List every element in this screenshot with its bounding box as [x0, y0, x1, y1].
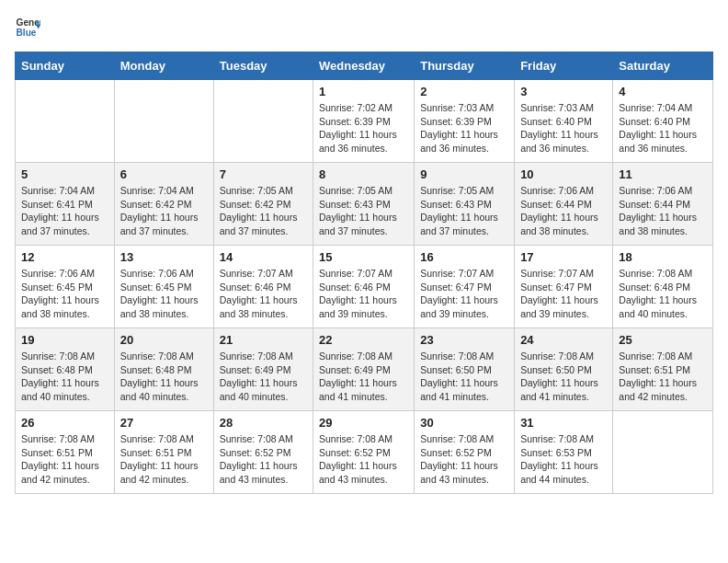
day-info: Sunrise: 7:08 AMSunset: 6:49 PMDaylight:…	[319, 350, 408, 404]
day-number: 21	[220, 333, 307, 347]
weekday-header-tuesday: Tuesday	[213, 52, 313, 80]
calendar-cell: 18Sunrise: 7:08 AMSunset: 6:48 PMDayligh…	[613, 246, 713, 328]
day-number: 4	[619, 85, 707, 98]
day-number: 28	[220, 416, 307, 430]
calendar-cell: 3Sunrise: 7:03 AMSunset: 6:40 PMDaylight…	[515, 80, 613, 163]
day-info: Sunrise: 7:08 AMSunset: 6:48 PMDaylight:…	[120, 350, 208, 404]
calendar-cell: 2Sunrise: 7:03 AMSunset: 6:39 PMDaylight…	[415, 80, 515, 163]
calendar-cell: 8Sunrise: 7:05 AMSunset: 6:43 PMDaylight…	[313, 163, 415, 246]
day-info: Sunrise: 7:03 AMSunset: 6:39 PMDaylight:…	[420, 101, 508, 155]
calendar-cell: 23Sunrise: 7:08 AMSunset: 6:50 PMDayligh…	[415, 328, 515, 411]
day-number: 23	[420, 333, 508, 347]
day-info: Sunrise: 7:07 AMSunset: 6:47 PMDaylight:…	[520, 267, 607, 321]
calendar-cell: 26Sunrise: 7:08 AMSunset: 6:51 PMDayligh…	[16, 411, 115, 494]
day-number: 19	[21, 333, 108, 347]
day-info: Sunrise: 7:08 AMSunset: 6:52 PMDaylight:…	[420, 432, 508, 487]
calendar-cell: 14Sunrise: 7:07 AMSunset: 6:46 PMDayligh…	[213, 246, 313, 328]
day-info: Sunrise: 7:08 AMSunset: 6:49 PMDaylight:…	[220, 350, 307, 404]
weekday-header-row: SundayMondayTuesdayWednesdayThursdayFrid…	[16, 52, 713, 80]
day-info: Sunrise: 7:08 AMSunset: 6:51 PMDaylight:…	[120, 432, 208, 487]
page-header: General Blue	[15, 15, 713, 40]
day-info: Sunrise: 7:08 AMSunset: 6:53 PMDaylight:…	[520, 432, 607, 487]
calendar-cell: 12Sunrise: 7:06 AMSunset: 6:45 PMDayligh…	[16, 246, 115, 328]
weekday-header-saturday: Saturday	[613, 52, 713, 80]
weekday-header-sunday: Sunday	[16, 52, 115, 80]
day-info: Sunrise: 7:07 AMSunset: 6:47 PMDaylight:…	[420, 267, 508, 321]
day-info: Sunrise: 7:03 AMSunset: 6:40 PMDaylight:…	[520, 101, 607, 155]
calendar-cell: 31Sunrise: 7:08 AMSunset: 6:53 PMDayligh…	[515, 411, 613, 494]
day-info: Sunrise: 7:06 AMSunset: 6:45 PMDaylight:…	[120, 267, 208, 321]
calendar-cell: 25Sunrise: 7:08 AMSunset: 6:51 PMDayligh…	[613, 328, 713, 411]
day-number: 25	[619, 333, 707, 347]
calendar-cell: 13Sunrise: 7:06 AMSunset: 6:45 PMDayligh…	[114, 246, 213, 328]
calendar-cell	[613, 411, 713, 494]
calendar-cell: 5Sunrise: 7:04 AMSunset: 6:41 PMDaylight…	[16, 163, 115, 246]
day-info: Sunrise: 7:07 AMSunset: 6:46 PMDaylight:…	[319, 267, 408, 321]
calendar-cell: 10Sunrise: 7:06 AMSunset: 6:44 PMDayligh…	[515, 163, 613, 246]
day-info: Sunrise: 7:05 AMSunset: 6:43 PMDaylight:…	[420, 184, 508, 238]
day-number: 29	[319, 416, 408, 430]
calendar-cell: 7Sunrise: 7:05 AMSunset: 6:42 PMDaylight…	[213, 163, 313, 246]
calendar-cell: 24Sunrise: 7:08 AMSunset: 6:50 PMDayligh…	[515, 328, 613, 411]
day-number: 3	[520, 85, 607, 98]
day-number: 13	[120, 250, 208, 264]
day-info: Sunrise: 7:08 AMSunset: 6:50 PMDaylight:…	[520, 350, 607, 404]
day-number: 9	[420, 167, 508, 181]
day-number: 15	[319, 250, 408, 264]
calendar-cell: 17Sunrise: 7:07 AMSunset: 6:47 PMDayligh…	[515, 246, 613, 328]
calendar-cell: 29Sunrise: 7:08 AMSunset: 6:52 PMDayligh…	[313, 411, 415, 494]
day-info: Sunrise: 7:04 AMSunset: 6:42 PMDaylight:…	[120, 184, 208, 238]
day-number: 17	[520, 250, 607, 264]
day-info: Sunrise: 7:04 AMSunset: 6:40 PMDaylight:…	[619, 101, 707, 155]
logo-icon: General Blue	[15, 15, 40, 40]
calendar-cell: 22Sunrise: 7:08 AMSunset: 6:49 PMDayligh…	[313, 328, 415, 411]
day-info: Sunrise: 7:07 AMSunset: 6:46 PMDaylight:…	[220, 267, 307, 321]
calendar-cell: 11Sunrise: 7:06 AMSunset: 6:44 PMDayligh…	[613, 163, 713, 246]
calendar-week-row: 5Sunrise: 7:04 AMSunset: 6:41 PMDaylight…	[16, 163, 713, 246]
calendar-cell	[114, 80, 213, 163]
day-info: Sunrise: 7:06 AMSunset: 6:45 PMDaylight:…	[21, 267, 108, 321]
calendar-week-row: 12Sunrise: 7:06 AMSunset: 6:45 PMDayligh…	[16, 246, 713, 328]
calendar-table: SundayMondayTuesdayWednesdayThursdayFrid…	[15, 52, 713, 494]
calendar-cell: 30Sunrise: 7:08 AMSunset: 6:52 PMDayligh…	[415, 411, 515, 494]
calendar-week-row: 19Sunrise: 7:08 AMSunset: 6:48 PMDayligh…	[16, 328, 713, 411]
day-info: Sunrise: 7:08 AMSunset: 6:51 PMDaylight:…	[21, 432, 108, 487]
calendar-cell: 27Sunrise: 7:08 AMSunset: 6:51 PMDayligh…	[114, 411, 213, 494]
calendar-cell: 20Sunrise: 7:08 AMSunset: 6:48 PMDayligh…	[114, 328, 213, 411]
day-number: 2	[420, 85, 508, 98]
logo: General Blue	[15, 15, 40, 40]
day-info: Sunrise: 7:08 AMSunset: 6:52 PMDaylight:…	[319, 432, 408, 487]
day-info: Sunrise: 7:08 AMSunset: 6:52 PMDaylight:…	[220, 432, 307, 487]
weekday-header-thursday: Thursday	[415, 52, 515, 80]
day-number: 22	[319, 333, 408, 347]
day-info: Sunrise: 7:04 AMSunset: 6:41 PMDaylight:…	[21, 184, 108, 238]
calendar-cell: 28Sunrise: 7:08 AMSunset: 6:52 PMDayligh…	[213, 411, 313, 494]
calendar-cell	[213, 80, 313, 163]
day-number: 11	[619, 167, 707, 181]
day-number: 18	[619, 250, 707, 264]
day-number: 31	[520, 416, 607, 430]
day-number: 10	[520, 167, 607, 181]
calendar-cell: 15Sunrise: 7:07 AMSunset: 6:46 PMDayligh…	[313, 246, 415, 328]
weekday-header-friday: Friday	[515, 52, 613, 80]
calendar-cell: 19Sunrise: 7:08 AMSunset: 6:48 PMDayligh…	[16, 328, 115, 411]
day-number: 8	[319, 167, 408, 181]
day-number: 27	[120, 416, 208, 430]
day-number: 14	[220, 250, 307, 264]
calendar-cell: 21Sunrise: 7:08 AMSunset: 6:49 PMDayligh…	[213, 328, 313, 411]
day-info: Sunrise: 7:05 AMSunset: 6:43 PMDaylight:…	[319, 184, 408, 238]
day-number: 12	[21, 250, 108, 264]
day-info: Sunrise: 7:02 AMSunset: 6:39 PMDaylight:…	[319, 101, 408, 155]
day-number: 24	[520, 333, 607, 347]
day-number: 20	[120, 333, 208, 347]
day-info: Sunrise: 7:08 AMSunset: 6:48 PMDaylight:…	[21, 350, 108, 404]
day-info: Sunrise: 7:06 AMSunset: 6:44 PMDaylight:…	[619, 184, 707, 238]
day-number: 30	[420, 416, 508, 430]
weekday-header-monday: Monday	[114, 52, 213, 80]
day-number: 1	[319, 85, 408, 98]
day-number: 5	[21, 167, 108, 181]
day-info: Sunrise: 7:06 AMSunset: 6:44 PMDaylight:…	[520, 184, 607, 238]
day-info: Sunrise: 7:08 AMSunset: 6:51 PMDaylight:…	[619, 350, 707, 404]
day-info: Sunrise: 7:08 AMSunset: 6:48 PMDaylight:…	[619, 267, 707, 321]
calendar-cell: 6Sunrise: 7:04 AMSunset: 6:42 PMDaylight…	[114, 163, 213, 246]
